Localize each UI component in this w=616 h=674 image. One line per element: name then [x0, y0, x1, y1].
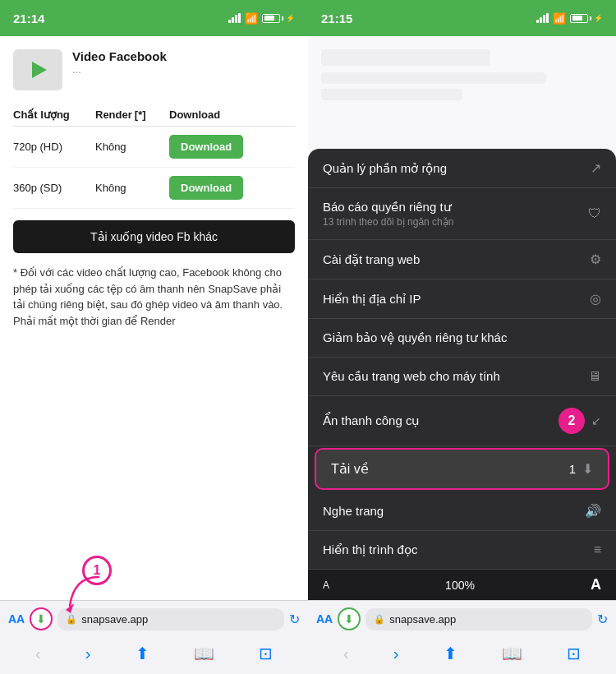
zoom-a-small[interactable]: A: [323, 579, 329, 591]
status-bar-right: 21:15 📶 ⚡: [308, 0, 616, 36]
menu-label-extensions: Quản lý phần mở rộng: [323, 161, 591, 176]
menu-label-listen: Nghe trang: [323, 504, 585, 518]
quality-table: Chất lượng Render [*] Download 720p (HD)…: [13, 104, 295, 209]
menu-icon-reader: ≡: [594, 542, 601, 557]
battery-right: ⚡: [570, 14, 603, 23]
menu-icon-settings: ⚙: [590, 252, 601, 267]
video-info: Video Facebook ...: [72, 49, 167, 76]
url-pill-right[interactable]: 🔒 snapsave.app: [365, 608, 592, 630]
menu-privacy-info: Báo cáo quyền riêng tư 13 trình theo dõi…: [323, 200, 453, 228]
download-count: 1: [569, 462, 576, 476]
reload-button-left[interactable]: ↻: [289, 612, 300, 627]
lock-icon-right: 🔒: [374, 614, 385, 625]
menu-item-download[interactable]: Tải về 1 ⬇: [315, 448, 609, 490]
menu-item-listen[interactable]: Nghe trang 🔊: [308, 492, 616, 531]
tabs-button-right[interactable]: ⊡: [560, 640, 587, 667]
menu-item-settings[interactable]: Cài đặt trang web ⚙: [308, 240, 616, 279]
bolt-right: ⚡: [594, 14, 603, 22]
bookmarks-button-left[interactable]: 📖: [187, 640, 221, 667]
menu-icon-desktop: 🖥: [588, 369, 601, 384]
other-fb-button[interactable]: Tải xuống video Fb khác: [13, 220, 295, 253]
arrow-indicator: [49, 569, 115, 618]
menu-label-settings: Cài đặt trang web: [323, 252, 590, 267]
table-row: 360p (SD) Không Download: [13, 168, 295, 209]
download-indicator-right[interactable]: ⬇: [338, 607, 361, 630]
nav-row-right: ‹ › ⬆ 📖 ⊡: [308, 637, 616, 670]
ref-badge: [*]: [135, 108, 146, 121]
step2-container: 2 ↙: [559, 408, 601, 434]
menu-label-privacy: Báo cáo quyền riêng tư: [323, 200, 453, 215]
bookmarks-button-right[interactable]: 📖: [495, 640, 529, 667]
status-icons-right: 📶 ⚡: [536, 12, 603, 25]
right-panel: 21:15 📶 ⚡ Quản lý phần mở: [308, 0, 616, 674]
share-button-right[interactable]: ⬆: [437, 640, 464, 667]
menu-sub-privacy: 13 trình theo dõi bị ngăn chặn: [323, 216, 453, 228]
menu-icon-download: ⬇: [582, 461, 593, 477]
col-quality: Chất lượng: [13, 108, 95, 121]
back-button-right[interactable]: ‹: [337, 641, 356, 667]
aa-button-left[interactable]: AA: [8, 612, 25, 626]
menu-item-ip[interactable]: Hiển thị địa chỉ IP ◎: [308, 279, 616, 319]
menu-item-extensions[interactable]: Quản lý phần mở rộng ↗: [308, 149, 616, 188]
menu-sheet: Quản lý phần mở rộng ↗ Báo cáo quyền riê…: [308, 149, 616, 600]
left-panel: 21:14 📶 ⚡ Video: [0, 0, 308, 674]
menu-label-hide-toolbar: Ẩn thanh công cụ: [323, 413, 559, 428]
url-bar-row-right: AA ⬇ 🔒 snapsave.app ↻: [308, 601, 616, 637]
safari-bar-right: AA ⬇ 🔒 snapsave.app ↻ ‹ › ⬆ 📖 ⊡: [308, 600, 616, 674]
reload-button-right[interactable]: ↻: [597, 612, 608, 627]
video-title: Video Facebook: [72, 49, 167, 63]
menu-item-reader[interactable]: Hiển thị trình đọc ≡: [308, 531, 616, 570]
menu-item-reduce-privacy[interactable]: Giảm bảo vệ quyền riêng tư khác: [308, 319, 616, 358]
share-button-left[interactable]: ⬆: [129, 640, 156, 667]
col-render: Render [*]: [95, 108, 169, 121]
quality-360: 360p (SD): [13, 182, 95, 194]
menu-icon-hide-toolbar: ↙: [591, 414, 601, 427]
play-icon: [32, 62, 47, 78]
col-download: Download: [169, 108, 295, 121]
time-right: 21:15: [321, 12, 352, 25]
bolt-left: ⚡: [286, 14, 295, 22]
zoom-a-large[interactable]: A: [591, 576, 601, 593]
download-720-button[interactable]: Download: [169, 135, 243, 159]
url-text-right: snapsave.app: [389, 613, 456, 626]
menu-icon-privacy: 🛡: [588, 206, 601, 221]
video-thumbnail: [13, 49, 62, 90]
menu-label-ip: Hiển thị địa chỉ IP: [323, 292, 590, 307]
menu-item-privacy[interactable]: Báo cáo quyền riêng tư 13 trình theo dõi…: [308, 188, 616, 240]
status-icons-left: 📶 ⚡: [228, 12, 295, 25]
content-area-left: Video Facebook ... Chất lượng Render [*]…: [0, 36, 308, 600]
download-360-button[interactable]: Download: [169, 176, 243, 200]
zoom-row: A 100% A: [308, 570, 616, 600]
status-bar-left: 21:14 📶 ⚡: [0, 0, 308, 36]
back-button-left[interactable]: ‹: [29, 641, 48, 667]
table-row: 720p (HD) Không Download: [13, 127, 295, 168]
download-icon-right: ⬇: [344, 612, 354, 626]
video-subtitle: ...: [72, 63, 167, 76]
forward-button-left[interactable]: ›: [79, 641, 98, 667]
menu-label-download: Tải về: [331, 461, 569, 477]
tabs-button-left[interactable]: ⊡: [252, 640, 279, 667]
forward-button-right[interactable]: ›: [387, 641, 406, 667]
menu-icon-ip: ◎: [590, 291, 601, 307]
wifi-icon-left: 📶: [245, 12, 258, 25]
wifi-icon-right: 📶: [553, 12, 566, 25]
signal-bars-left: [228, 13, 241, 23]
menu-item-hide-toolbar[interactable]: Ẩn thanh công cụ 2 ↙: [308, 396, 616, 446]
menu-label-desktop: Yêu cầu trang web cho máy tính: [323, 369, 588, 384]
battery-left: ⚡: [262, 14, 295, 23]
menu-label-reader: Hiển thị trình đọc: [323, 542, 594, 557]
nav-row-left: ‹ › ⬆ 📖 ⊡: [0, 637, 308, 670]
menu-item-desktop[interactable]: Yêu cầu trang web cho máy tính 🖥: [308, 358, 616, 396]
render-360: Không: [95, 182, 169, 194]
menu-label-reduce-privacy: Giảm bảo vệ quyền riêng tư khác: [323, 330, 601, 345]
aa-button-right[interactable]: AA: [316, 612, 333, 626]
table-header: Chất lượng Render [*] Download: [13, 104, 295, 127]
url-bar-row-left: AA ⬇ 🔒 snapsave.app ↻: [0, 601, 308, 637]
render-label: Render: [95, 108, 132, 121]
signal-bars-right: [536, 13, 549, 23]
safari-bar-left: AA ⬇ 🔒 snapsave.app ↻ ‹ › ⬆ 📖 ⊡: [0, 600, 308, 674]
menu-icon-extensions: ↗: [591, 160, 601, 176]
download-indicator-circle[interactable]: ⬇: [30, 607, 53, 630]
menu-icon-listen: 🔊: [585, 503, 601, 519]
step-2-circle: 2: [559, 408, 585, 434]
